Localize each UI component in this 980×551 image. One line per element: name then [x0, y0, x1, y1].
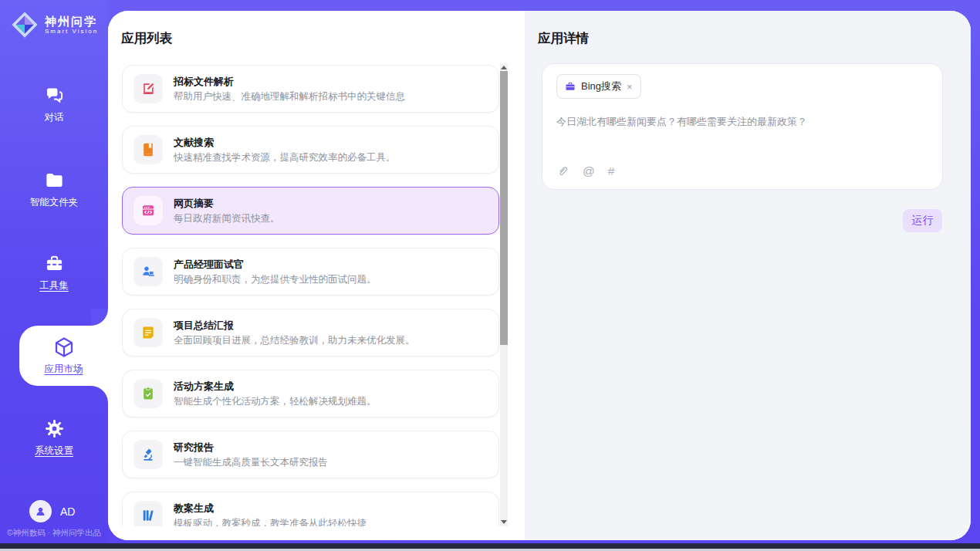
sidebar-item-smart-folder[interactable]: 智能文件夹	[0, 170, 108, 209]
bubble-curve-bottom	[91, 386, 108, 403]
toolbox-icon	[44, 253, 65, 274]
sidebar-item-label: 智能文件夹	[30, 196, 79, 209]
content-area: 应用列表 招标文件解析 帮助用户快速、准确地理解和解析招标书中的关键信息	[108, 11, 971, 540]
book-icon	[140, 142, 156, 157]
app-detail-title: 应用详情	[538, 30, 589, 47]
chat-icon	[44, 85, 65, 106]
paperclip-icon[interactable]	[556, 164, 569, 178]
scroll-up-arrow-icon[interactable]	[501, 66, 507, 69]
app-card-title: 文献搜索	[174, 137, 396, 149]
clipboard-check-icon	[140, 386, 156, 401]
bubble-curve-top	[91, 309, 108, 326]
interviewer-icon	[140, 264, 156, 279]
attachment-toolbar: @ #	[556, 164, 614, 178]
app-card-title: 产品经理面试官	[174, 259, 377, 271]
app-card-desc: 快速精准查找学术资源，提高研究效率的必备工具。	[174, 152, 396, 164]
sidebar-item-settings[interactable]: 系统设置	[0, 418, 108, 458]
app-card-desc: 全面回顾项目进展，总结经验教训，助力未来优化发展。	[174, 335, 415, 346]
browser-code-icon	[140, 203, 156, 218]
app-card-title: 网页摘要	[174, 198, 280, 210]
app-card-title: 教案生成	[174, 502, 367, 515]
app-root: 神州问学 Smart Vision 对话 智能文件夹	[0, 0, 980, 551]
app-card-title: 研究报告	[174, 441, 328, 454]
query-text[interactable]: 今日湖北有哪些新闻要点？有哪些需要关注的最新政策？	[556, 115, 927, 129]
tool-tag-bing-search[interactable]: Bing搜索 ×	[556, 74, 641, 99]
app-card-activity-plan[interactable]: 活动方案生成 智能生成个性化活动方案，轻松解决规划难题。	[122, 370, 499, 417]
diamond-logo-icon	[10, 10, 39, 39]
doc-edit-icon	[140, 81, 156, 96]
tool-tag-label: Bing搜索	[581, 79, 621, 93]
brand-title: 神州问学	[45, 15, 98, 28]
app-card-web-summary[interactable]: 网页摘要 每日政府新闻资讯快查。	[122, 187, 499, 235]
sidebar-item-label: 系统设置	[35, 445, 73, 458]
app-card-lesson-plan[interactable]: 教案生成 模板驱动，教案秒成，教学准备从此轻松快捷	[122, 492, 499, 526]
close-icon[interactable]: ×	[627, 82, 633, 92]
hash-icon[interactable]: #	[608, 164, 615, 178]
list-scrollbar[interactable]	[500, 63, 508, 526]
app-card-research-report[interactable]: 研究报告 一键智能生成高质量长文本研究报告	[122, 431, 499, 478]
app-card-bid-parse[interactable]: 招标文件解析 帮助用户快速、准确地理解和解析招标书中的关键信息	[122, 65, 499, 113]
sidebar-item-label: 应用市场	[45, 363, 83, 376]
run-button[interactable]: 运行	[903, 209, 942, 232]
bottom-dark-bar	[0, 543, 980, 549]
user-avatar-icon	[34, 505, 47, 518]
avatar	[29, 500, 52, 522]
sidebar-item-app-market[interactable]: 应用市场	[19, 326, 108, 386]
sidebar-item-toolset[interactable]: 工具集	[0, 253, 108, 292]
app-card-desc: 智能生成个性化活动方案，轻松解决规划难题。	[174, 396, 377, 407]
scroll-down-arrow-icon[interactable]	[501, 520, 507, 524]
user-account[interactable]: AD	[29, 500, 75, 522]
app-card-desc: 明确身份和职责，为您提供专业性的面试问题。	[174, 274, 377, 286]
app-detail-panel: 应用详情 Bing搜索 × 今日湖北有哪些新闻要点？有哪些需要关注的最新政策？	[525, 11, 971, 540]
prompt-card: Bing搜索 × 今日湖北有哪些新闻要点？有哪些需要关注的最新政策？ @ #	[542, 63, 943, 190]
note-icon	[140, 325, 156, 340]
books-icon	[140, 508, 156, 523]
app-list-panel: 应用列表 招标文件解析 帮助用户快速、准确地理解和解析招标书中的关键信息	[108, 11, 525, 540]
scrollbar-thumb[interactable]	[500, 71, 508, 345]
app-list-title: 应用列表	[121, 30, 172, 47]
sidebar-item-label: 对话	[45, 111, 64, 124]
mention-icon[interactable]: @	[583, 164, 595, 178]
app-card-title: 活动方案生成	[174, 380, 377, 393]
app-card-pm-interviewer[interactable]: 产品经理面试官 明确身份和职责，为您提供专业性的面试问题。	[122, 248, 499, 296]
sidebar-item-label: 工具集	[39, 279, 69, 292]
brand-subtitle: Smart Vision	[45, 28, 98, 35]
microscope-icon	[140, 447, 156, 462]
app-card-title: 招标文件解析	[174, 76, 405, 88]
app-card-desc: 帮助用户快速、准确地理解和解析招标书中的关键信息	[174, 91, 405, 103]
app-card-literature-search[interactable]: 文献搜索 快速精准查找学术资源，提高研究效率的必备工具。	[122, 126, 499, 174]
gear-icon	[44, 418, 65, 439]
brand-logo: 神州问学 Smart Vision	[10, 10, 98, 39]
app-card-desc: 每日政府新闻资讯快查。	[174, 213, 280, 225]
app-list: 招标文件解析 帮助用户快速、准确地理解和解析招标书中的关键信息 文献搜索	[122, 62, 500, 526]
app-card-desc: 模板驱动，教案秒成，教学准备从此轻松快捷	[174, 518, 367, 527]
sidebar: 神州问学 Smart Vision 对话 智能文件夹	[0, 0, 108, 543]
folder-icon	[44, 170, 65, 191]
sidebar-item-chat[interactable]: 对话	[0, 85, 108, 124]
app-card-desc: 一键智能生成高质量长文本研究报告	[174, 457, 328, 468]
copyright-text: ©神州数码 · 神州问学出品	[0, 528, 108, 539]
briefcase-icon	[565, 81, 576, 92]
user-label: AD	[60, 505, 75, 518]
app-card-title: 项目总结汇报	[174, 319, 415, 332]
app-card-project-report[interactable]: 项目总结汇报 全面回顾项目进展，总结经验教训，助力未来优化发展。	[122, 309, 499, 357]
cube-icon	[52, 336, 76, 359]
